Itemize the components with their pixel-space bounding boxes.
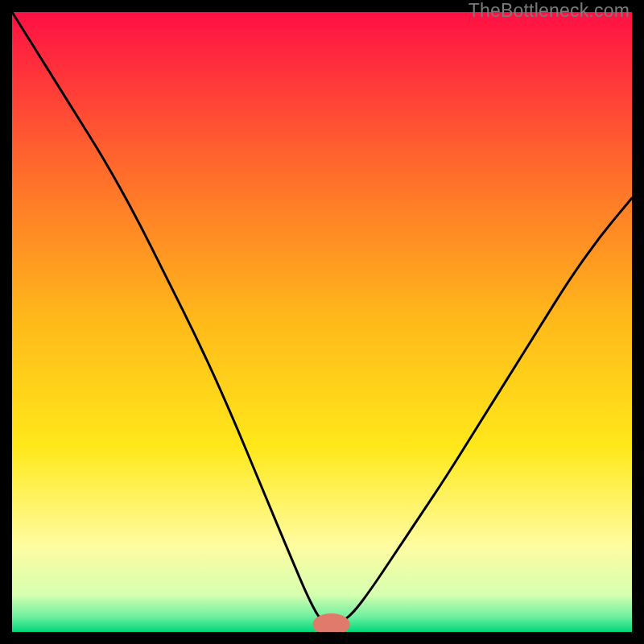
watermark-text: TheBottleneck.com <box>469 0 630 22</box>
chart-svg <box>12 12 632 632</box>
chart-container: TheBottleneck.com <box>0 0 644 644</box>
gradient-background <box>12 12 632 632</box>
plot-area <box>12 12 632 632</box>
